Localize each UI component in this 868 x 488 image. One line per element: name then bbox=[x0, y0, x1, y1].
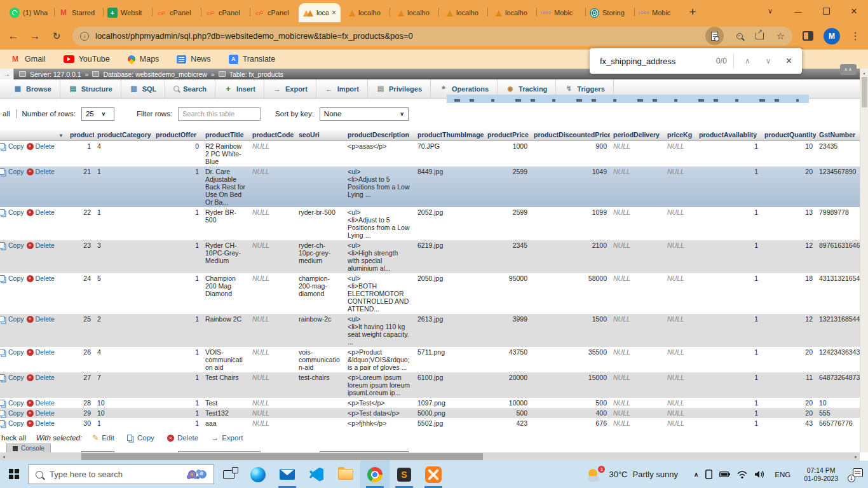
bookmark-gmail[interactable]: Gmail bbox=[10, 54, 46, 64]
zoom-icon[interactable] bbox=[736, 33, 743, 39]
delete-row-link[interactable]: Delete bbox=[27, 142, 55, 150]
browser-tab[interactable]: Websit bbox=[103, 3, 152, 22]
copy-row-link[interactable]: Copy bbox=[0, 399, 24, 407]
show-all-label[interactable]: all bbox=[3, 110, 10, 118]
tab-close-icon[interactable]: × bbox=[332, 8, 336, 17]
address-bar[interactable]: i localhost/phpmyadmin/sql.php?db=websit… bbox=[72, 27, 792, 46]
browser-tab[interactable]: cPanel bbox=[201, 3, 250, 22]
copy-row-link[interactable]: Copy bbox=[0, 208, 24, 216]
copy-row-link[interactable]: Copy bbox=[0, 348, 24, 356]
tab-search-icon[interactable] bbox=[756, 0, 784, 22]
bookmark-youtube[interactable]: YouTube bbox=[64, 55, 110, 64]
bookmark-maps[interactable]: Maps bbox=[128, 55, 159, 64]
export-selected-link[interactable]: Export bbox=[211, 433, 243, 442]
language-indicator[interactable]: ENG bbox=[775, 471, 790, 478]
scroll-up-icon[interactable] bbox=[860, 69, 868, 76]
profile-avatar[interactable]: M bbox=[824, 28, 840, 44]
filter-input[interactable] bbox=[178, 107, 261, 121]
share-icon[interactable] bbox=[756, 32, 764, 39]
scroll-to-top-icon[interactable] bbox=[840, 64, 857, 75]
restore-button[interactable] bbox=[812, 0, 840, 22]
new-tab-button[interactable] bbox=[683, 3, 702, 22]
delete-selected-link[interactable]: Delete bbox=[167, 433, 198, 442]
bookmark-star-icon[interactable] bbox=[776, 30, 785, 42]
browser-tab[interactable]: (1) Wha bbox=[5, 3, 54, 22]
sort-options-icon[interactable]: ▼ bbox=[58, 133, 64, 139]
taskbar-app-file-explorer[interactable] bbox=[331, 461, 360, 488]
copy-row-link[interactable]: Copy bbox=[0, 315, 24, 323]
browser-tab[interactable]: localho bbox=[487, 3, 536, 22]
column-header[interactable]: GstNumber bbox=[816, 129, 860, 141]
browser-tab[interactable]: localho bbox=[438, 3, 487, 22]
battery-icon[interactable] bbox=[719, 471, 730, 478]
site-info-icon[interactable]: i bbox=[80, 32, 89, 41]
pma-tab-sql[interactable]: SQL bbox=[121, 79, 166, 98]
horizontal-scrollbar[interactable] bbox=[0, 452, 860, 461]
scroll-right-icon[interactable] bbox=[852, 452, 860, 461]
url-text[interactable]: localhost/phpmyadmin/sql.php?db=websited… bbox=[95, 31, 699, 41]
pma-tab-export[interactable]: Export bbox=[264, 79, 316, 98]
column-header[interactable]: productID bbox=[67, 129, 94, 141]
pma-tab-browse[interactable]: Browse bbox=[5, 79, 60, 98]
copy-row-link[interactable]: Copy bbox=[0, 142, 24, 150]
copy-row-link[interactable]: Copy bbox=[0, 241, 24, 249]
console-tab[interactable]: Console bbox=[6, 444, 51, 452]
pma-tab-search[interactable]: Search bbox=[165, 79, 215, 98]
column-header[interactable]: productCategory bbox=[94, 129, 153, 141]
copy-row-link[interactable]: Copy bbox=[0, 374, 24, 381]
taskbar-app-edge[interactable] bbox=[243, 461, 273, 488]
sidebar-toggle-icon[interactable] bbox=[0, 69, 14, 79]
copy-row-link[interactable]: Copy bbox=[0, 274, 24, 282]
browser-tab[interactable]: Mobic bbox=[634, 3, 683, 22]
column-header[interactable]: productPrice bbox=[484, 129, 531, 141]
taskbar-app-task-view[interactable] bbox=[214, 461, 243, 488]
column-header[interactable]: productQuantity bbox=[761, 129, 816, 141]
delete-row-link[interactable]: Delete bbox=[27, 348, 55, 356]
browser-tab[interactable]: cPanel bbox=[250, 3, 299, 22]
volume-icon[interactable] bbox=[754, 470, 765, 478]
column-header[interactable]: productDiscountedPrice bbox=[531, 129, 610, 141]
bookmark-translate[interactable]: Translate bbox=[229, 55, 276, 64]
column-header[interactable]: productAvailablity bbox=[696, 129, 761, 141]
browser-tab[interactable]: loca× bbox=[299, 3, 341, 22]
column-header[interactable]: seoUri bbox=[295, 129, 344, 141]
phone-icon[interactable] bbox=[705, 470, 712, 479]
pma-tab-structure[interactable]: Structure bbox=[60, 79, 121, 98]
start-button[interactable] bbox=[0, 461, 28, 488]
browser-tab[interactable]: Starred bbox=[54, 3, 103, 22]
browser-tab[interactable]: localho bbox=[341, 3, 390, 22]
copy-row-link[interactable]: Copy bbox=[0, 168, 24, 175]
pma-tab-privileges[interactable]: Privileges bbox=[368, 79, 431, 98]
taskbar-search[interactable]: Type here to search bbox=[28, 464, 214, 484]
delete-row-link[interactable]: Delete bbox=[27, 315, 55, 323]
reload-button[interactable] bbox=[51, 30, 62, 43]
taskbar-app-xampp[interactable] bbox=[419, 461, 448, 488]
delete-row-link[interactable]: Delete bbox=[27, 274, 55, 282]
column-header[interactable]: productTitle bbox=[202, 129, 249, 141]
delete-row-link[interactable]: Delete bbox=[27, 374, 55, 381]
column-header[interactable]: productThumbImage bbox=[414, 129, 484, 141]
breadcrumb-server[interactable]: Server: 127.0.0.1 bbox=[30, 71, 81, 78]
horizontal-scrollbar-thumb[interactable] bbox=[81, 453, 483, 460]
browser-tab[interactable]: Mobic bbox=[536, 3, 585, 22]
notification-center-icon[interactable]: 1 bbox=[849, 468, 863, 481]
find-close-icon[interactable]: × bbox=[782, 55, 796, 67]
browser-tab[interactable]: localho bbox=[390, 3, 438, 22]
delete-row-link[interactable]: Delete bbox=[27, 399, 55, 407]
menu-kebab-icon[interactable] bbox=[850, 30, 860, 42]
delete-row-link[interactable]: Delete bbox=[27, 419, 55, 427]
weather-widget[interactable]: 1 30°C Partly sunny bbox=[587, 467, 678, 482]
find-next-icon[interactable]: ∨ bbox=[761, 57, 776, 65]
scroll-left-icon[interactable] bbox=[0, 452, 8, 461]
find-in-page-icon[interactable] bbox=[705, 27, 724, 45]
delete-row-link[interactable]: Delete bbox=[27, 168, 55, 175]
delete-row-link[interactable]: Delete bbox=[27, 409, 55, 417]
delete-row-link[interactable]: Delete bbox=[27, 241, 55, 249]
vertical-scrollbar-thumb[interactable] bbox=[862, 77, 867, 107]
sort-by-key-select[interactable]: None∨ bbox=[320, 107, 409, 121]
taskbar-app-mail[interactable] bbox=[273, 461, 302, 488]
wifi-icon[interactable] bbox=[737, 471, 747, 478]
minimize-button[interactable] bbox=[784, 0, 812, 22]
copy-selected-link[interactable]: Copy bbox=[127, 433, 154, 442]
check-all-label[interactable]: heck all bbox=[1, 434, 26, 442]
